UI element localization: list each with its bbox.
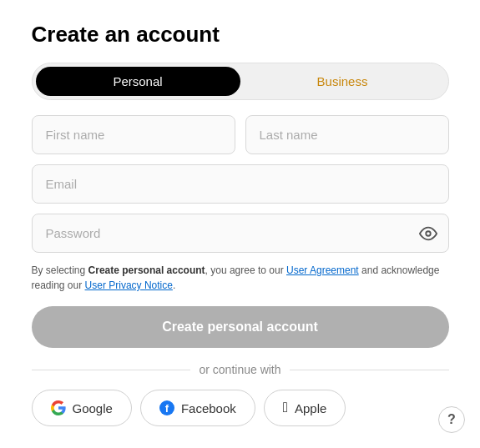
apple-icon:  <box>283 400 288 416</box>
apple-button[interactable]:  Apple <box>264 390 346 426</box>
tab-switcher: Personal Business <box>32 63 449 100</box>
legal-text: By selecting Create personal account, yo… <box>32 263 449 293</box>
page-title: Create an account <box>32 22 449 48</box>
main-container: Create an account Personal Business By s… <box>23 5 457 443</box>
user-agreement-link[interactable]: User Agreement <box>286 264 359 276</box>
apple-label: Apple <box>295 401 326 415</box>
divider-line-left <box>32 370 191 370</box>
name-row <box>32 115 449 154</box>
facebook-label: Facebook <box>181 401 236 415</box>
privacy-notice-link[interactable]: User Privacy Notice <box>85 279 173 291</box>
google-label: Google <box>73 401 113 415</box>
help-button[interactable]: ? <box>438 406 465 433</box>
divider-text: or continue with <box>199 363 280 376</box>
facebook-icon: f <box>159 400 174 415</box>
svg-point-0 <box>426 231 431 236</box>
facebook-button[interactable]: f Facebook <box>140 390 255 426</box>
password-input[interactable] <box>32 214 449 253</box>
divider: or continue with <box>32 363 449 376</box>
password-wrapper <box>32 214 449 253</box>
last-name-input[interactable] <box>245 115 449 154</box>
tab-personal[interactable]: Personal <box>36 67 240 96</box>
toggle-password-icon[interactable] <box>419 224 437 243</box>
google-icon <box>51 400 66 415</box>
google-button[interactable]: Google <box>32 390 132 426</box>
social-buttons: Google f Facebook  Apple <box>32 390 449 426</box>
create-account-button[interactable]: Create personal account <box>32 306 449 348</box>
first-name-input[interactable] <box>32 115 235 154</box>
email-input[interactable] <box>32 164 449 204</box>
divider-line-right <box>290 370 449 370</box>
tab-business[interactable]: Business <box>240 67 445 96</box>
